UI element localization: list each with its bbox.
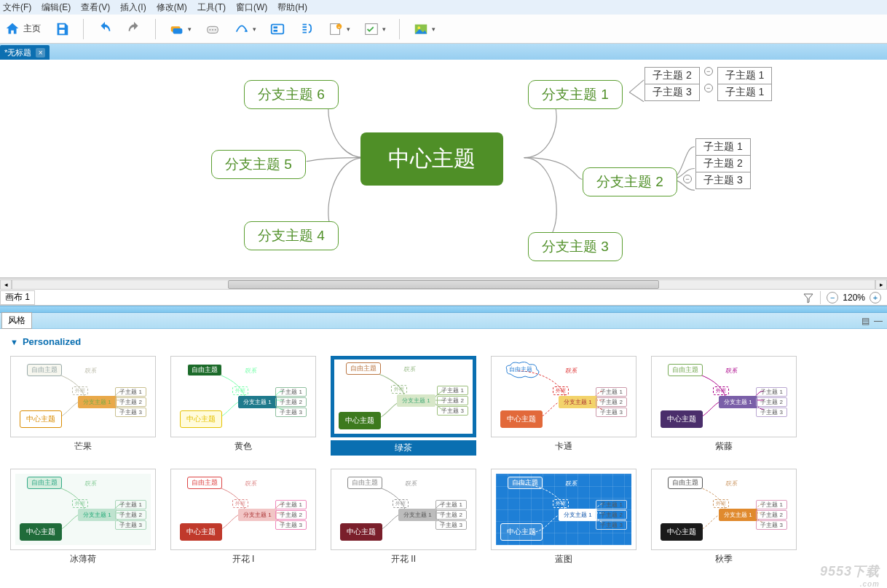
relationship-button[interactable]: ▾ [234, 21, 256, 37]
theme-label: 芒果 [74, 440, 92, 453]
svg-text:+: + [338, 25, 340, 29]
caret-down-icon: ▼ [10, 338, 18, 346]
redo-button[interactable] [126, 21, 142, 37]
sub-topic[interactable]: 子主题 1 [717, 84, 773, 101]
svg-point-7 [215, 29, 216, 31]
scroll-track[interactable] [12, 279, 875, 290]
document-tab[interactable]: *无标题 × [0, 45, 50, 60]
theme-冰薄荷[interactable]: 自由主题 联系 外框 中心主题 分支主题 1 子主题 1 子主题 2 子主题 3… [10, 469, 156, 565]
center-topic[interactable]: 中心主题 [360, 132, 503, 186]
theme-label: 蓝图 [555, 553, 572, 565]
sub-topic[interactable]: 子主题 2 [644, 67, 700, 84]
branch-6[interactable]: 分支主题 6 [244, 80, 339, 109]
toolbar: 主页 ▾ ▾ +▾ ▾ ▾ [0, 15, 887, 44]
svg-point-6 [212, 29, 213, 31]
theme-开花 I[interactable]: 自由主题 联系 外框 中心主题 分支主题 1 子主题 1 子主题 2 子主题 3… [170, 469, 316, 565]
home-button[interactable]: 主页 [4, 21, 41, 37]
zoom-controls: − 120% + [821, 292, 887, 303]
theme-label: 绿茶 [331, 440, 476, 456]
svg-point-16 [417, 26, 420, 29]
collapse-icon[interactable]: − [683, 175, 692, 183]
branch-5[interactable]: 分支主题 5 [211, 150, 306, 179]
section-personalized[interactable]: ▼ Personalized [10, 336, 877, 347]
save-icon [54, 21, 70, 37]
svg-rect-1 [59, 29, 64, 33]
redo-icon [126, 21, 142, 37]
theme-秋季[interactable]: 自由主题 联系 外框 中心主题 分支主题 1 子主题 1 子主题 2 子主题 3… [651, 469, 797, 565]
svg-rect-9 [274, 26, 278, 28]
sub-topic[interactable]: 子主题 1 [695, 138, 751, 156]
sub-topic[interactable]: 子主题 1 [717, 67, 773, 84]
image-button[interactable]: ▾ [413, 21, 435, 37]
theme-蓝图[interactable]: 自由主题 联系 外框 中心主题 分支主题 1 子主题 1 子主题 2 子主题 3… [491, 469, 636, 565]
branch-3[interactable]: 分支主题 3 [528, 232, 623, 261]
theme-紫藤[interactable]: 自由主题 联系 外框 中心主题 分支主题 1 子主题 1 子主题 2 子主题 3… [651, 356, 797, 456]
menu-view[interactable]: 查看(V) [81, 1, 110, 14]
theme-开花 II[interactable]: 自由主题 联系 外框 中心主题 分支主题 1 子主题 1 子主题 2 子主题 3… [331, 469, 476, 565]
undo-icon [97, 21, 113, 37]
panel-divider[interactable] [0, 306, 887, 313]
theme-绿茶[interactable]: 自由主题 联系 外框 中心主题 分支主题 1 子主题 1 子主题 2 子主题 3… [331, 356, 476, 456]
topic-icon [169, 21, 185, 37]
menu-edit[interactable]: 编辑(E) [42, 1, 71, 14]
filter-icon[interactable] [803, 292, 814, 303]
zoom-out-button[interactable]: − [827, 292, 838, 303]
marker-icon: + [328, 21, 344, 37]
boundary-icon [269, 21, 285, 37]
collapse-icon[interactable]: − [704, 84, 713, 92]
home-icon [4, 21, 20, 37]
menu-tools[interactable]: 工具(T) [197, 1, 226, 14]
sub-topic[interactable]: 子主题 3 [644, 84, 700, 101]
svg-rect-8 [272, 24, 284, 33]
sub-topic[interactable]: 子主题 2 [695, 155, 751, 172]
theme-label: 开花 I [232, 553, 255, 565]
watermark: 9553下载.com [820, 563, 880, 588]
view-mode-icon[interactable]: ▤ [862, 316, 870, 326]
branch-4[interactable]: 分支主题 4 [244, 221, 339, 250]
topic-button[interactable]: ▾ [169, 21, 192, 37]
menu-window[interactable]: 窗口(W) [236, 1, 267, 14]
branch-2[interactable]: 分支主题 2 [583, 167, 677, 196]
tab-title: *无标题 [4, 47, 31, 58]
undo-button[interactable] [97, 21, 113, 37]
tab-close-button[interactable]: × [36, 48, 45, 57]
sub-topic[interactable]: 子主题 3 [695, 172, 751, 189]
zoom-in-button[interactable]: + [870, 292, 881, 303]
marker-button[interactable]: +▾ [328, 21, 350, 37]
theme-黄色[interactable]: 自由主题 联系 外框 中心主题 分支主题 1 子主题 1 子主题 2 子主题 3… [170, 356, 316, 456]
minimize-icon[interactable]: — [874, 316, 883, 326]
scroll-thumb[interactable] [228, 280, 659, 289]
theme-芒果[interactable]: 自由主题 联系 外框 中心主题 分支主题 1 子主题 1 子主题 2 子主题 3… [10, 356, 156, 456]
theme-卡通[interactable]: 自由主题 联系 外框 中心主题 分支主题 1 子主题 1 子主题 2 子主题 3… [491, 356, 636, 456]
note-icon [205, 21, 221, 37]
horizontal-scrollbar[interactable]: ◂ ▸ [0, 278, 887, 290]
theme-label: 冰薄荷 [70, 553, 96, 565]
menu-file[interactable]: 文件(F) [3, 1, 31, 14]
summary-button[interactable] [299, 21, 315, 37]
theme-label: 黄色 [234, 440, 252, 453]
zoom-level: 120% [843, 293, 865, 303]
scroll-right-button[interactable]: ▸ [875, 279, 887, 290]
branch-2-subtopics: 子主题 1 子主题 2 子主题 3 [695, 138, 751, 189]
boundary-button[interactable] [269, 21, 285, 37]
theme-label: 紫藤 [715, 440, 733, 453]
svg-rect-10 [274, 29, 278, 31]
menu-modify[interactable]: 修改(M) [157, 1, 187, 14]
svg-rect-0 [59, 24, 64, 28]
scroll-left-button[interactable]: ◂ [0, 279, 12, 290]
theme-label: 秋季 [715, 553, 733, 565]
menu-insert[interactable]: 插入(I) [120, 1, 146, 14]
svg-point-5 [209, 29, 210, 31]
mindmap-canvas[interactable]: 中心主题 分支主题 6 分支主题 5 分支主题 4 分支主题 1 分支主题 2 … [0, 60, 887, 278]
svg-rect-3 [173, 28, 183, 33]
branch-1[interactable]: 分支主题 1 [528, 80, 623, 109]
theme-label: 开花 II [391, 553, 416, 565]
task-button[interactable]: ▾ [363, 21, 386, 37]
note-button[interactable] [205, 21, 221, 37]
canvas-name[interactable]: 画布 1 [0, 290, 35, 305]
style-panel-body: ▼ Personalized 自由主题 联系 外框 中心主题 分支主题 1 子主… [0, 329, 887, 588]
collapse-icon[interactable]: − [704, 67, 713, 76]
menu-help[interactable]: 帮助(H) [277, 1, 307, 14]
style-panel-title[interactable]: 风格 [1, 312, 32, 329]
save-button[interactable] [54, 21, 70, 37]
